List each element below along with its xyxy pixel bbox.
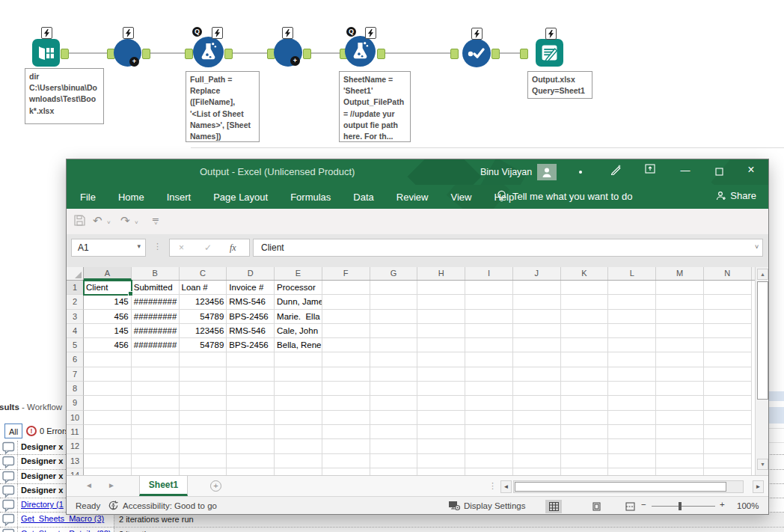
- cell-E2[interactable]: Dunn, James: [275, 295, 322, 309]
- cell-G12[interactable]: [370, 439, 418, 453]
- input-anchor[interactable]: [520, 49, 528, 59]
- cell-B10[interactable]: [132, 411, 180, 425]
- redo-dropdown-icon[interactable]: ˅: [135, 219, 138, 226]
- status-accessibility[interactable]: Accessibility: Good to go: [123, 501, 217, 510]
- cell-L5[interactable]: [608, 338, 656, 352]
- output-anchor[interactable]: [491, 49, 500, 59]
- cell-F7[interactable]: [322, 367, 370, 382]
- redo-icon[interactable]: ↷: [120, 215, 130, 227]
- column-header-H[interactable]: H: [417, 267, 465, 280]
- cell-D5[interactable]: BPS-2456: [227, 338, 275, 352]
- cell-J8[interactable]: [513, 382, 561, 396]
- cell-G3[interactable]: [370, 310, 418, 324]
- cell-J2[interactable]: [513, 295, 561, 309]
- cell-G4[interactable]: [370, 324, 418, 338]
- cell-G13[interactable]: [370, 454, 418, 468]
- cell-F1[interactable]: [322, 281, 370, 295]
- cell-N10[interactable]: [704, 411, 752, 425]
- cell-J10[interactable]: [513, 411, 561, 425]
- row-header-4[interactable]: 4: [67, 324, 84, 338]
- ribbon-tab[interactable]: File: [80, 192, 96, 203]
- cell-G8[interactable]: [370, 382, 418, 396]
- sheet-nav-left-icon[interactable]: ◄: [85, 481, 93, 489]
- results-row-label[interactable]: Designer x: [21, 471, 63, 480]
- cell-D11[interactable]: [227, 425, 275, 439]
- tabbar-divider[interactable]: ⋮: [489, 481, 497, 491]
- ribbon-tab[interactable]: Page Layout: [213, 192, 268, 203]
- cell-N1[interactable]: [704, 281, 752, 295]
- results-row-label[interactable]: Designer x: [21, 442, 63, 451]
- cell-B8[interactable]: [132, 382, 180, 396]
- cell-M3[interactable]: [656, 310, 704, 324]
- cell-B11[interactable]: [132, 425, 180, 439]
- cell-C13[interactable]: [180, 454, 227, 468]
- cell-K13[interactable]: [561, 454, 609, 468]
- cell-L6[interactable]: [608, 352, 656, 367]
- cell-D14[interactable]: [227, 468, 275, 475]
- page-break-view-icon[interactable]: [622, 500, 638, 513]
- excel-titlebar[interactable]: Output - Excel (Unlicensed Product) Binu…: [67, 159, 768, 185]
- cell-B12[interactable]: [132, 439, 180, 453]
- cell-H11[interactable]: [417, 425, 465, 439]
- ribbon-tab[interactable]: Review: [396, 192, 429, 203]
- cell-H1[interactable]: [417, 281, 465, 295]
- row-header-11[interactable]: 11: [67, 425, 84, 439]
- cell-I1[interactable]: [465, 281, 513, 295]
- cell-C9[interactable]: [180, 396, 227, 410]
- cell-E13[interactable]: [275, 454, 322, 468]
- cell-A14[interactable]: [84, 468, 132, 475]
- cell-K4[interactable]: [561, 324, 609, 338]
- cell-N9[interactable]: [704, 396, 752, 410]
- results-row-label[interactable]: Designer x: [21, 456, 63, 465]
- cell-H10[interactable]: [417, 411, 465, 425]
- insert-function-icon[interactable]: fx: [230, 242, 236, 254]
- cell-N7[interactable]: [704, 367, 752, 382]
- cell-N13[interactable]: [704, 454, 752, 468]
- cell-C11[interactable]: [180, 425, 227, 439]
- cell-A6[interactable]: [84, 352, 132, 367]
- cell-I3[interactable]: [465, 310, 513, 324]
- cell-K7[interactable]: [561, 367, 609, 382]
- cell-F14[interactable]: [322, 468, 370, 475]
- cell-K11[interactable]: [561, 425, 609, 439]
- formula1-annotation[interactable]: Full_Path =Replace([FileName],'<List of …: [186, 71, 260, 142]
- cell-J14[interactable]: [513, 468, 561, 475]
- save-icon[interactable]: [74, 215, 85, 228]
- cell-F2[interactable]: [322, 295, 370, 309]
- scroll-down-icon[interactable]: ▼: [757, 459, 768, 470]
- cell-E10[interactable]: [275, 411, 322, 425]
- cell-J11[interactable]: [513, 425, 561, 439]
- cell-J9[interactable]: [513, 396, 561, 410]
- row-header-13[interactable]: 13: [67, 454, 84, 468]
- cell-G2[interactable]: [370, 295, 418, 309]
- formula-input[interactable]: Client: [253, 239, 763, 257]
- cell-K6[interactable]: [561, 352, 609, 367]
- cell-N11[interactable]: [704, 425, 752, 439]
- cell-M2[interactable]: [656, 295, 704, 309]
- name-box-dropdown-icon[interactable]: ▾: [137, 242, 141, 250]
- cell-G7[interactable]: [370, 367, 418, 382]
- cell-B13[interactable]: [132, 454, 180, 468]
- cell-D9[interactable]: [227, 396, 275, 410]
- cell-M6[interactable]: [656, 352, 704, 367]
- cell-B9[interactable]: [132, 396, 180, 410]
- cell-A13[interactable]: [84, 454, 132, 468]
- cell-D1[interactable]: Invoice #: [227, 281, 275, 295]
- cell-D2[interactable]: RMS-546: [227, 295, 275, 309]
- cell-C2[interactable]: 123456: [180, 295, 227, 309]
- cell-D8[interactable]: [227, 382, 275, 396]
- cell-K14[interactable]: [561, 468, 609, 475]
- scroll-up-icon[interactable]: ▲: [757, 269, 768, 280]
- row-header-6[interactable]: 6: [67, 352, 84, 367]
- formula-tool-1[interactable]: [193, 37, 224, 67]
- zoom-out-icon[interactable]: −: [641, 500, 646, 509]
- cell-F5[interactable]: [322, 338, 370, 352]
- maximize-button[interactable]: [711, 167, 726, 178]
- cell-I13[interactable]: [465, 454, 513, 468]
- cell-K10[interactable]: [561, 411, 609, 425]
- cell-B14[interactable]: [132, 468, 180, 475]
- cell-J1[interactable]: [513, 281, 561, 295]
- ribbon-tab[interactable]: View: [450, 192, 471, 203]
- cell-J3[interactable]: [513, 310, 561, 324]
- cell-J7[interactable]: [513, 367, 561, 382]
